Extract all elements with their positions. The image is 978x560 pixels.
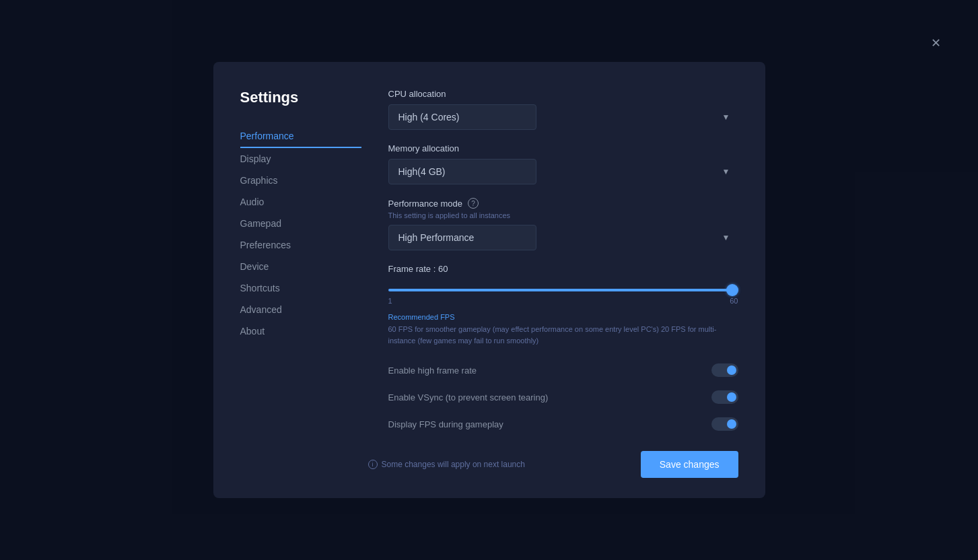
main-content: CPU allocation Low (1 Core) Medium (2 Co… bbox=[375, 89, 738, 438]
slider-max-label: 60 bbox=[730, 297, 738, 305]
toggle-display-fps[interactable] bbox=[711, 417, 738, 431]
footer-info-icon: i bbox=[368, 460, 378, 469]
slider-min-label: 1 bbox=[388, 297, 392, 305]
memory-allocation-select[interactable]: Low (1 GB) Medium (2 GB) High(4 GB) Very… bbox=[388, 159, 536, 184]
perf-mode-select-chevron-icon: ▼ bbox=[722, 233, 730, 242]
toggle-label-vsync: Enable VSync (to prevent screen tearing) bbox=[388, 392, 549, 403]
performance-mode-label: Performance mode bbox=[388, 199, 463, 209]
cpu-select-chevron-icon: ▼ bbox=[722, 112, 730, 122]
toggle-label-high-frame-rate: Enable high frame rate bbox=[388, 365, 477, 376]
cpu-allocation-label: CPU allocation bbox=[388, 89, 738, 99]
cpu-allocation-select[interactable]: Low (1 Core) Medium (2 Cores) High (4 Co… bbox=[388, 104, 536, 130]
sidebar-item-device[interactable]: Device bbox=[240, 256, 361, 277]
sidebar-item-gamepad[interactable]: Gamepad bbox=[240, 213, 361, 234]
performance-mode-select[interactable]: Balanced High Performance Power Saver bbox=[388, 225, 536, 250]
sidebar-item-shortcuts[interactable]: Shortcuts bbox=[240, 277, 361, 299]
performance-mode-subtitle: This setting is applied to all instances bbox=[388, 211, 738, 219]
sidebar-item-advanced[interactable]: Advanced bbox=[240, 299, 361, 320]
memory-allocation-wrapper: Low (1 GB) Medium (2 GB) High(4 GB) Very… bbox=[388, 159, 738, 184]
sidebar-item-audio[interactable]: Audio bbox=[240, 191, 361, 213]
save-changes-button[interactable]: Save changes bbox=[641, 451, 738, 478]
toggle-slider-high-frame-rate bbox=[711, 363, 738, 377]
sidebar-item-performance[interactable]: Performance bbox=[240, 125, 361, 148]
performance-mode-help-icon[interactable]: ? bbox=[468, 198, 479, 209]
slider-range: 1 60 bbox=[388, 297, 738, 305]
settings-dialog: Settings Performance Display Graphics Au… bbox=[213, 62, 765, 498]
toggle-label-display-fps: Display FPS during gameplay bbox=[388, 419, 503, 429]
memory-select-chevron-icon: ▼ bbox=[722, 167, 730, 176]
sidebar-item-graphics[interactable]: Graphics bbox=[240, 170, 361, 191]
frame-rate-slider-container bbox=[388, 282, 738, 294]
settings-footer: i Some changes will apply on next launch… bbox=[213, 438, 765, 498]
sidebar: Settings Performance Display Graphics Au… bbox=[240, 89, 361, 438]
settings-title: Settings bbox=[240, 89, 361, 106]
toggle-row-vsync: Enable VSync (to prevent screen tearing) bbox=[388, 384, 738, 411]
sidebar-item-display[interactable]: Display bbox=[240, 148, 361, 170]
toggle-vsync[interactable] bbox=[711, 390, 738, 404]
close-button[interactable]: ✕ bbox=[931, 37, 941, 49]
toggle-row-display-fps: Display FPS during gameplay bbox=[388, 411, 738, 438]
toggle-slider-display-fps bbox=[711, 417, 738, 431]
memory-allocation-label: Memory allocation bbox=[388, 143, 738, 153]
performance-mode-wrapper: Balanced High Performance Power Saver ▼ bbox=[388, 225, 738, 250]
modal-overlay: ✕ Settings Performance Display Graphics … bbox=[0, 0, 978, 560]
performance-mode-header: Performance mode ? bbox=[388, 198, 738, 209]
toggle-high-frame-rate[interactable] bbox=[711, 363, 738, 377]
footer-note-text: Some changes will apply on next launch bbox=[382, 460, 525, 469]
frame-rate-slider[interactable] bbox=[388, 289, 738, 291]
recommended-fps-section: Recommended FPS 60 FPS for smoother game… bbox=[388, 313, 738, 346]
sidebar-item-preferences[interactable]: Preferences bbox=[240, 234, 361, 256]
recommended-fps-title: Recommended FPS bbox=[388, 313, 738, 321]
cpu-allocation-wrapper: Low (1 Core) Medium (2 Cores) High (4 Co… bbox=[388, 104, 738, 130]
toggle-row-high-frame-rate: Enable high frame rate bbox=[388, 357, 738, 384]
sidebar-item-about[interactable]: About bbox=[240, 320, 361, 342]
recommended-fps-text: 60 FPS for smoother gameplay (may effect… bbox=[388, 324, 738, 346]
frame-rate-label: Frame rate : 60 bbox=[388, 264, 738, 274]
toggle-slider-vsync bbox=[711, 390, 738, 404]
footer-note: i Some changes will apply on next launch bbox=[368, 460, 525, 469]
